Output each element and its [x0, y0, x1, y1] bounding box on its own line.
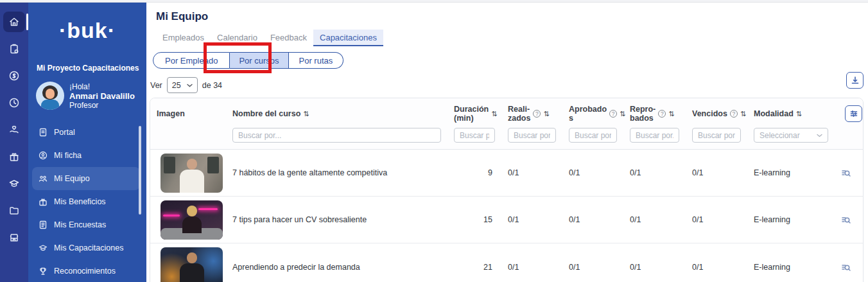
rail-item-clipboard[interactable] — [3, 39, 25, 59]
sidebar-item-portal[interactable]: Portal — [32, 121, 140, 144]
sidebar-item-mi-equipo[interactable]: Mi Equipo — [32, 167, 140, 190]
tab-empleados[interactable]: Empleados — [156, 30, 211, 46]
rail-item-trainings[interactable] — [3, 173, 25, 194]
course-duration: 15 — [447, 215, 501, 224]
sort-icon[interactable]: ⇅ — [796, 110, 802, 118]
help-icon[interactable]: ? — [658, 110, 666, 118]
gift-icon — [8, 151, 20, 163]
tab-bar: Empleados Calendario Feedback Capacitaci… — [156, 30, 868, 46]
gift-icon — [39, 197, 48, 206]
reprobados-filter-input[interactable] — [630, 128, 679, 143]
course-modalidad: E-learning — [747, 215, 835, 224]
graduation-cap-icon — [39, 243, 48, 252]
ver-label: Ver — [150, 81, 162, 90]
sidebar-scrollbar[interactable] — [139, 126, 141, 215]
sort-icon[interactable]: ⇅ — [491, 110, 497, 118]
user-box: ¡Hola! Anmari Davalillo Profesor — [36, 82, 146, 110]
view-detail-button[interactable] — [835, 215, 863, 225]
table-row[interactable]: 7 hábitos de la gente altamente competit… — [150, 150, 863, 197]
thumbnail-person — [180, 170, 204, 193]
course-aprobados: 0/1 — [562, 263, 623, 272]
realizados-filter-input[interactable] — [508, 128, 556, 143]
rail-item-gift[interactable] — [3, 146, 25, 167]
aprobados-filter-input[interactable] — [569, 128, 617, 143]
thumbnail-person — [182, 216, 202, 233]
download-icon — [851, 76, 860, 85]
filter-reprobados — [623, 128, 686, 143]
filter-vencidos — [686, 128, 747, 143]
avatar-face — [46, 89, 55, 99]
home-icon — [8, 16, 20, 28]
download-button[interactable] — [846, 72, 864, 89]
thumbnail-decor — [164, 157, 175, 173]
thumbnail-person — [187, 159, 197, 170]
tab-feedback[interactable]: Feedback — [264, 30, 313, 46]
courses-table: Imagen Nombre del curso ⇅ Duración (min)… — [150, 98, 864, 282]
sidebar-item-label: Mis Beneficios — [54, 197, 106, 206]
top-edge-strip — [0, 0, 868, 3]
thumbnail-decor — [207, 157, 219, 173]
table-row[interactable]: Aprendiendo a predecir la demanda 21 0/1… — [150, 243, 863, 282]
filter-nombre — [226, 128, 447, 143]
avatar-shirt — [41, 100, 59, 110]
modalidad-select[interactable]: Seleccionar — [754, 128, 828, 143]
rail-item-store[interactable] — [3, 227, 25, 248]
buk-logo: ·buk· — [28, 18, 146, 43]
table-row[interactable]: 7 tips para hacer un CV sobresaliente 15… — [150, 197, 863, 243]
col-header-imagen: Imagen — [150, 109, 226, 118]
col-header-modalidad: Modalidad ⇅ — [747, 109, 835, 118]
sidebar-item-label: Reconocimientos — [54, 267, 116, 276]
rail-item-benefits[interactable] — [3, 119, 25, 140]
duracion-filter-input[interactable] — [454, 128, 495, 143]
help-icon[interactable]: ? — [730, 110, 738, 118]
icon-rail — [0, 0, 28, 282]
course-realizados: 0/1 — [501, 263, 562, 272]
rail-item-time[interactable] — [3, 93, 25, 113]
tab-calendario[interactable]: Calendario — [211, 30, 264, 46]
filter-duracion — [447, 128, 501, 143]
help-icon[interactable]: ? — [609, 110, 617, 118]
filter-realizados — [501, 128, 562, 143]
trophy-icon — [39, 267, 48, 276]
sort-icon[interactable]: ⇅ — [668, 110, 674, 118]
rail-item-payments[interactable] — [3, 66, 25, 86]
sort-icon[interactable]: ⇅ — [303, 110, 309, 118]
por-cursos-button[interactable]: Por cursos — [230, 52, 288, 69]
rail-item-files[interactable] — [3, 200, 25, 221]
thumbnail-decor — [163, 215, 180, 216]
sidebar-item-mi-ficha[interactable]: Mi ficha — [32, 144, 140, 167]
column-settings-button[interactable] — [845, 105, 862, 122]
detail-search-icon — [841, 262, 851, 272]
course-thumbnail — [150, 247, 226, 282]
sidebar-item-mis-beneficios[interactable]: Mis Beneficios — [32, 190, 140, 213]
tab-capacitaciones[interactable]: Capacitaciones — [313, 30, 383, 46]
sidebar-item-reconocimientos[interactable]: Reconocimientos — [32, 260, 140, 282]
view-detail-button[interactable] — [835, 168, 863, 178]
col-header-realizados: Reali- zados ? ⇅ — [501, 105, 562, 123]
course-thumbnail — [150, 154, 226, 193]
rail-item-home[interactable] — [3, 12, 25, 32]
sidebar-item-mis-capacitaciones[interactable]: Mis Capacitaciones — [32, 236, 140, 260]
por-empleado-button[interactable]: Por Empleado — [153, 52, 230, 69]
sort-icon[interactable]: ⇅ — [543, 110, 549, 118]
course-duration: 21 — [447, 263, 501, 272]
sidebar-item-label: Mis Encuestas — [54, 220, 106, 229]
main-content: Mi Equipo Empleados Calendario Feedback … — [146, 3, 868, 282]
sidebar-item-mis-encuestas[interactable]: Mis Encuestas — [32, 213, 140, 236]
nombre-filter-input[interactable] — [232, 128, 441, 143]
course-reprobados: 0/1 — [623, 215, 686, 224]
thumbnail-person — [180, 263, 204, 282]
view-detail-button[interactable] — [835, 262, 863, 272]
clipboard-icon — [8, 43, 20, 55]
column-filter-icon — [849, 109, 858, 118]
sort-icon[interactable]: ⇅ — [740, 110, 746, 118]
detail-search-icon — [841, 215, 851, 225]
course-vencidos: 0/1 — [686, 263, 747, 272]
help-icon[interactable]: ? — [533, 110, 541, 118]
por-rutas-button[interactable]: Por rutas — [289, 52, 344, 69]
page-size-value: 25 — [172, 81, 181, 90]
col-header-duracion: Duración (min) ⇅ — [447, 105, 501, 123]
course-aprobados: 0/1 — [562, 168, 623, 177]
vencidos-filter-input[interactable] — [692, 128, 741, 143]
page-size-select[interactable]: 25 — [167, 77, 198, 93]
